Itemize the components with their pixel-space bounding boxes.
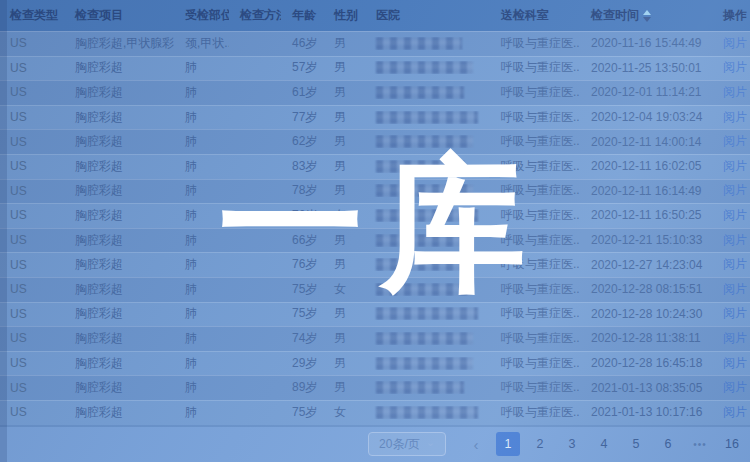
cell-action: 阅片 xyxy=(712,59,750,76)
sort-asc-icon[interactable] xyxy=(643,10,651,15)
col-header-exam-type: 检查类型 xyxy=(0,7,64,24)
prev-page-button[interactable]: ‹ xyxy=(464,432,488,456)
table-row[interactable]: US 胸腔彩超 肺 77岁 男 呼吸与重症医... 2020-12-04 19:… xyxy=(0,105,750,130)
cell-exam-item: 胸腔彩超 xyxy=(64,379,174,396)
cell-gender: 男 xyxy=(323,379,365,396)
table-row[interactable]: US 胸腔彩超 肺 62岁 男 呼吸与重症医... 2020-12-11 14:… xyxy=(0,129,750,154)
table-row[interactable]: US 胸腔彩超 肺 75岁 男 呼吸与重症医... 2020-12-28 10:… xyxy=(0,302,750,327)
cell-exam-time: 2020-12-27 14:23:04 xyxy=(580,258,712,272)
table-row[interactable]: US 胸腔彩超,甲状腺彩超 颈,甲状... 46岁 男 呼吸与重症医... 20… xyxy=(0,31,750,56)
cell-dept: 呼吸与重症医... xyxy=(490,355,580,372)
cell-dept: 呼吸与重症医... xyxy=(490,232,580,249)
col-header-exam-time[interactable]: 检查时间 xyxy=(580,7,712,24)
cell-exam-type: US xyxy=(0,36,64,50)
table-row[interactable]: US 胸腔彩超 肺 61岁 男 呼吸与重症医... 2020-12-01 11:… xyxy=(0,80,750,105)
view-images-link[interactable]: 阅片 xyxy=(723,282,747,296)
page-button-5[interactable]: 5 xyxy=(624,432,648,456)
cell-gender: 男 xyxy=(323,305,365,322)
cell-hospital xyxy=(365,111,490,124)
col-header-hospital: 医院 xyxy=(365,7,490,24)
table-row[interactable]: US 胸腔彩超 肺 74岁 男 呼吸与重症医... 2020-12-28 11:… xyxy=(0,326,750,351)
cell-exam-time: 2020-12-28 08:15:51 xyxy=(580,282,712,296)
view-images-link[interactable]: 阅片 xyxy=(723,183,747,197)
view-images-link[interactable]: 阅片 xyxy=(723,208,747,222)
col-header-body-part: 受检部位 xyxy=(174,7,229,24)
table-row[interactable]: US 胸腔彩超 肺 78岁 男 呼吸与重症医... 2020-12-11 16:… xyxy=(0,179,750,204)
cell-hospital xyxy=(365,61,490,74)
table-row[interactable]: US 胸腔彩超 肺 89岁 男 呼吸与重症医... 2021-01-13 08:… xyxy=(0,375,750,400)
cell-hospital xyxy=(365,406,490,419)
view-images-link[interactable]: 阅片 xyxy=(723,159,747,173)
cell-action: 阅片 xyxy=(712,232,750,249)
cell-exam-item: 胸腔彩超 xyxy=(64,84,174,101)
page-button-last[interactable]: 16 xyxy=(720,432,744,456)
view-images-link[interactable]: 阅片 xyxy=(723,257,747,271)
redacted-hospital-name xyxy=(376,111,478,124)
page-button-2[interactable]: 2 xyxy=(528,432,552,456)
table-row[interactable]: US 胸腔彩超 肺 29岁 男 呼吸与重症医... 2020-12-28 16:… xyxy=(0,351,750,376)
sort-control[interactable] xyxy=(643,10,651,22)
page-button-1[interactable]: 1 xyxy=(496,432,520,456)
cell-body-part: 肺 xyxy=(174,379,229,396)
cell-body-part: 肺 xyxy=(174,109,229,126)
col-header-gender: 性别 xyxy=(323,7,365,24)
page-size-value: 20条/页 xyxy=(379,436,420,453)
view-images-link[interactable]: 阅片 xyxy=(723,405,747,419)
cell-action: 阅片 xyxy=(712,35,750,52)
cell-gender: 男 xyxy=(323,355,365,372)
table-row[interactable]: US 胸腔彩超 肺 75岁 女 呼吸与重症医... 2020-12-28 08:… xyxy=(0,277,750,302)
page-button-3[interactable]: 3 xyxy=(560,432,584,456)
view-images-link[interactable]: 阅片 xyxy=(723,331,747,345)
view-images-link[interactable]: 阅片 xyxy=(723,110,747,124)
page-ellipsis[interactable]: ••• xyxy=(688,432,712,456)
cell-action: 阅片 xyxy=(712,330,750,347)
cell-exam-time: 2021-01-13 10:17:16 xyxy=(580,405,712,419)
table-row[interactable]: US 胸腔彩超 肺 83岁 男 呼吸与重症医... 2020-12-11 16:… xyxy=(0,154,750,179)
table-row[interactable]: US 胸腔彩超 肺 76岁 女 呼吸与重症医... 2020-12-11 16:… xyxy=(0,203,750,228)
view-images-link[interactable]: 阅片 xyxy=(723,380,747,394)
table-row[interactable]: US 胸腔彩超 肺 66岁 男 呼吸与重症医... 2020-12-21 15:… xyxy=(0,228,750,253)
redacted-hospital-name xyxy=(376,406,478,419)
cell-exam-item: 胸腔彩超 xyxy=(64,256,174,273)
cell-dept: 呼吸与重症医... xyxy=(490,404,580,421)
view-images-link[interactable]: 阅片 xyxy=(723,85,747,99)
cell-exam-type: US xyxy=(0,61,64,75)
cell-action: 阅片 xyxy=(712,281,750,298)
table-row[interactable]: US 胸腔彩超 肺 76岁 男 呼吸与重症医... 2020-12-27 14:… xyxy=(0,252,750,277)
cell-dept: 呼吸与重症医... xyxy=(490,330,580,347)
table-row[interactable]: US 胸腔彩超 肺 57岁 男 呼吸与重症医... 2020-11-25 13:… xyxy=(0,56,750,81)
cell-age: 57岁 xyxy=(281,59,323,76)
cell-action: 阅片 xyxy=(712,133,750,150)
page-size-select[interactable]: 20条/页 ⌄ xyxy=(368,432,446,456)
view-images-link[interactable]: 阅片 xyxy=(723,356,747,370)
page-button-4[interactable]: 4 xyxy=(592,432,616,456)
cell-body-part: 肺 xyxy=(174,59,229,76)
cell-dept: 呼吸与重症医... xyxy=(490,109,580,126)
cell-exam-item: 胸腔彩超 xyxy=(64,109,174,126)
cell-action: 阅片 xyxy=(712,355,750,372)
cell-body-part: 肺 xyxy=(174,232,229,249)
table-row[interactable]: US 胸腔彩超 肺 75岁 女 呼吸与重症医... 2021-01-13 10:… xyxy=(0,400,750,425)
cell-hospital xyxy=(365,135,490,148)
cell-exam-time: 2020-12-28 10:24:30 xyxy=(580,307,712,321)
cell-exam-time: 2020-12-11 16:50:25 xyxy=(580,208,712,222)
view-images-link[interactable]: 阅片 xyxy=(723,306,747,320)
view-images-link[interactable]: 阅片 xyxy=(723,233,747,247)
sort-desc-icon[interactable] xyxy=(643,17,651,22)
view-images-link[interactable]: 阅片 xyxy=(723,36,747,50)
page-button-6[interactable]: 6 xyxy=(656,432,680,456)
view-images-link[interactable]: 阅片 xyxy=(723,134,747,148)
view-images-link[interactable]: 阅片 xyxy=(723,60,747,74)
cell-dept: 呼吸与重症医... xyxy=(490,305,580,322)
cell-action: 阅片 xyxy=(712,158,750,175)
cell-exam-time: 2020-11-16 15:44:49 xyxy=(580,36,712,50)
cell-dept: 呼吸与重症医... xyxy=(490,256,580,273)
cell-dept: 呼吸与重症医... xyxy=(490,35,580,52)
cell-gender: 男 xyxy=(323,59,365,76)
cell-hospital xyxy=(365,209,490,222)
redacted-hospital-name xyxy=(376,357,473,370)
cell-exam-item: 胸腔彩超 xyxy=(64,158,174,175)
cell-age: 75岁 xyxy=(281,404,323,421)
cell-exam-item: 胸腔彩超 xyxy=(64,182,174,199)
cell-exam-item: 胸腔彩超 xyxy=(64,281,174,298)
